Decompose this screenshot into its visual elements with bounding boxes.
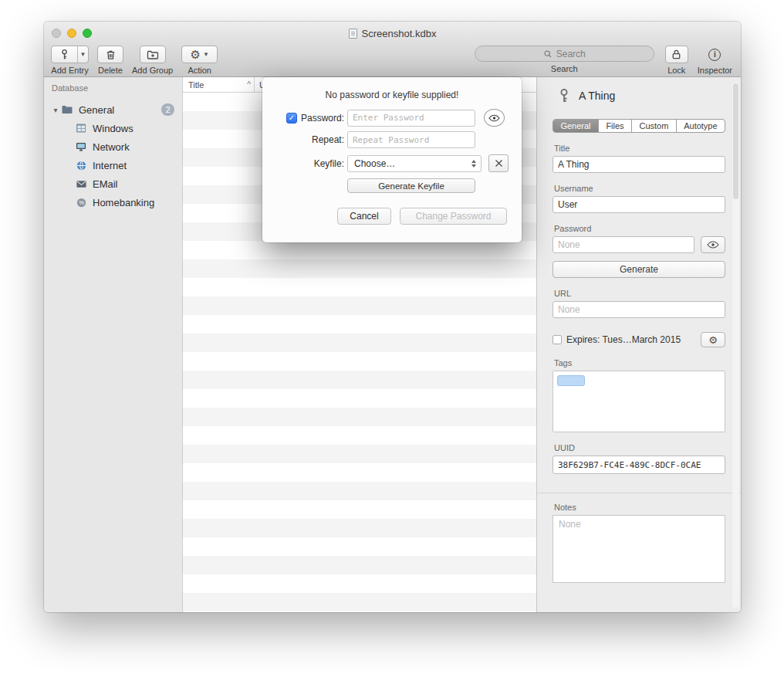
titlebar: Screenshot.kdbx: [44, 22, 741, 45]
keyfile-value: Choose…: [354, 158, 395, 169]
sidebar-section-header: Database: [44, 83, 182, 94]
disclosure-triangle-icon[interactable]: ▾: [50, 106, 61, 114]
lock-button[interactable]: [665, 46, 688, 63]
add-entry-button[interactable]: ▼: [51, 46, 89, 63]
delete-label: Delete: [98, 66, 123, 75]
username-field[interactable]: [553, 196, 725, 213]
expires-checkbox[interactable]: [553, 335, 562, 344]
inspector-panel: A Thing General Files Custom Autotype Ti…: [536, 77, 741, 612]
cancel-button[interactable]: Cancel: [337, 208, 391, 225]
sidebar-item-email[interactable]: EMail: [44, 174, 182, 193]
window-title-area: Screenshot.kdbx: [44, 22, 741, 45]
sidebar-item-network[interactable]: Network: [44, 137, 182, 156]
entry-header: A Thing: [553, 88, 725, 103]
tab-general[interactable]: General: [553, 120, 599, 132]
close-x-icon: [495, 159, 503, 168]
column-title-label: Title: [188, 80, 204, 90]
popup-stepper-icon: [471, 160, 478, 168]
lock-item: Lock: [665, 46, 688, 75]
sidebar-item-label: EMail: [93, 178, 118, 190]
title-label: Title: [554, 144, 725, 153]
expires-settings-button[interactable]: ⚙: [701, 332, 725, 347]
network-icon: [75, 141, 87, 153]
key-plus-icon: [52, 46, 77, 63]
info-icon: i: [708, 49, 721, 61]
dialog-buttons: Cancel Change Password: [337, 208, 507, 225]
add-group-item: Add Group: [132, 46, 173, 75]
minimize-button[interactable]: [67, 29, 76, 38]
tag-chip[interactable]: [557, 375, 585, 386]
zoom-button[interactable]: [83, 29, 92, 38]
group-label: General: [79, 104, 114, 116]
delete-button[interactable]: [97, 46, 123, 63]
show-password-button[interactable]: [701, 236, 725, 253]
search-placeholder: Search: [556, 49, 586, 59]
show-password-button[interactable]: [484, 109, 505, 127]
password-checkbox[interactable]: ✓: [286, 113, 297, 124]
sidebar-item-homebanking[interactable]: % Homebanking: [44, 193, 182, 212]
password-label: Password: [554, 224, 725, 233]
homebanking-icon: %: [75, 196, 87, 208]
title-field[interactable]: [553, 156, 725, 173]
sidebar-group-general[interactable]: ▾ General 2: [44, 100, 182, 119]
inspector-tabs: General Files Custom Autotype: [553, 119, 725, 133]
sidebar-item-label: Network: [93, 141, 130, 153]
tags-field[interactable]: [553, 371, 725, 432]
action-button[interactable]: ⚙ ▼: [181, 46, 218, 63]
column-header-title[interactable]: Title ^: [183, 77, 255, 92]
email-icon: [75, 178, 87, 190]
generate-keyfile-button[interactable]: Generate Keyfile: [347, 178, 475, 193]
document-proxy-icon: [349, 29, 357, 39]
password-label: Password:: [301, 113, 344, 124]
tags-label: Tags: [554, 358, 725, 367]
password-field[interactable]: [553, 236, 694, 253]
uuid-label: UUID: [554, 443, 725, 452]
lock-icon: [671, 49, 682, 60]
entry-title: A Thing: [579, 90, 615, 102]
tab-autotype[interactable]: Autotype: [677, 120, 725, 132]
username-label: Username: [554, 184, 725, 193]
sidebar-item-internet[interactable]: Internet: [44, 156, 182, 174]
enter-password-field[interactable]: [347, 110, 475, 127]
notes-field[interactable]: None: [553, 515, 725, 583]
change-password-button[interactable]: Change Password: [400, 208, 507, 225]
tab-files[interactable]: Files: [599, 120, 632, 132]
search-input[interactable]: Search: [475, 46, 654, 62]
action-label: Action: [188, 66, 211, 75]
delete-item: Delete: [97, 46, 123, 75]
clear-keyfile-button[interactable]: [488, 154, 509, 172]
gear-icon: ⚙: [708, 335, 718, 345]
windows-icon: [75, 122, 87, 134]
tab-custom[interactable]: Custom: [632, 120, 677, 132]
trash-icon: [105, 49, 117, 61]
chevron-down-icon: ▼: [203, 51, 209, 58]
notes-label: Notes: [554, 503, 725, 512]
expires-row: Expires: Tues…March 2015 ⚙: [553, 332, 725, 347]
toolbar: ▼ Add Entry Delete: [44, 45, 741, 77]
folder-icon: [61, 103, 73, 116]
inspector-scrollbar[interactable]: [732, 82, 739, 608]
add-group-button[interactable]: [140, 46, 166, 63]
generate-password-button[interactable]: Generate: [553, 261, 725, 278]
password-row: ✓ Password:: [262, 109, 505, 127]
uuid-field[interactable]: [553, 456, 725, 474]
expires-label: Expires: Tues…March 2015: [566, 334, 696, 345]
close-button[interactable]: [52, 29, 61, 38]
folder-plus-icon: [147, 49, 159, 61]
scrollbar-thumb[interactable]: [733, 83, 738, 199]
chevron-down-icon[interactable]: ▼: [77, 46, 88, 63]
add-group-label: Add Group: [132, 66, 173, 75]
add-entry-label: Add Entry: [51, 66, 88, 75]
globe-icon: [75, 159, 87, 171]
sort-ascending-icon: ^: [247, 80, 251, 89]
repeat-label: Repeat:: [312, 134, 344, 145]
sidebar-item-windows[interactable]: Windows: [44, 119, 182, 137]
inspector-button[interactable]: i: [703, 46, 726, 63]
search-label: Search: [551, 64, 578, 73]
repeat-password-field[interactable]: [347, 131, 475, 148]
lock-label: Lock: [667, 66, 685, 75]
url-field[interactable]: [553, 301, 725, 318]
keyfile-popup-button[interactable]: Choose…: [347, 155, 482, 172]
dialog-message: No password or keyfile supplied!: [262, 90, 522, 100]
sidebar-item-label: Homebanking: [93, 197, 154, 208]
